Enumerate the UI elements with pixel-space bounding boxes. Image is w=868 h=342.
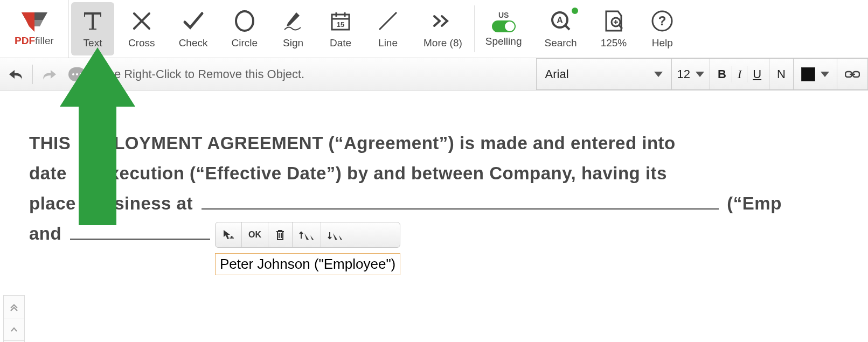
rail-up-button[interactable]	[4, 318, 24, 341]
help-button[interactable]: ? Help	[638, 0, 686, 58]
link-button[interactable]	[837, 58, 868, 90]
date-tool-label: Date	[330, 37, 351, 49]
date-tool-button[interactable]: 15 Date	[317, 0, 364, 58]
spelling-lang: US	[498, 11, 509, 19]
move-button[interactable]	[216, 222, 242, 247]
more-icon	[431, 9, 455, 33]
normal-button[interactable]: N	[769, 58, 794, 90]
nav-separator	[32, 65, 33, 84]
italic-label: I	[738, 67, 741, 81]
check-tool-button[interactable]: Check	[167, 0, 220, 58]
spelling-toggle[interactable]	[492, 20, 516, 32]
ok-button[interactable]: OK	[242, 222, 268, 247]
svg-marker-22	[60, 47, 135, 225]
circle-tool-button[interactable]: Circle	[219, 0, 269, 58]
font-name: Arial	[545, 67, 569, 81]
font-size: 12	[677, 67, 690, 81]
svg-marker-2	[22, 12, 34, 32]
check-icon	[182, 9, 205, 33]
search-icon: A	[549, 9, 573, 33]
color-picker[interactable]	[794, 58, 837, 90]
decrease-size-button[interactable]	[321, 222, 349, 247]
text-input[interactable]: Peter Johnson ("Employee")	[215, 253, 400, 275]
circle-tool-label: Circle	[231, 37, 258, 49]
svg-line-12	[565, 25, 570, 30]
chevron-down-icon	[696, 72, 704, 77]
svg-line-9	[379, 12, 397, 30]
normal-label: N	[777, 67, 786, 81]
annotation-arrow	[57, 47, 138, 231]
delete-button[interactable]	[268, 222, 293, 247]
sign-tool-button[interactable]: Sign	[269, 0, 317, 58]
zoom-icon	[602, 9, 626, 33]
sign-icon	[281, 9, 305, 33]
text-edit-popup: OK Peter Johnson ("Employee")	[215, 222, 400, 275]
sign-tool-label: Sign	[283, 37, 303, 49]
svg-point-3	[236, 11, 253, 31]
more-tool-label: More (8)	[423, 37, 462, 49]
text-icon	[81, 9, 105, 33]
chevron-down-icon	[654, 72, 663, 77]
logo-icon	[18, 11, 51, 33]
spelling-label: Spelling	[485, 36, 522, 47]
line-icon	[376, 9, 400, 33]
logo-text: PDFfiller	[15, 35, 54, 47]
increase-size-button[interactable]	[293, 222, 321, 247]
cross-icon	[130, 9, 154, 33]
search-button[interactable]: A Search	[532, 0, 588, 58]
move-icon	[222, 228, 235, 241]
undo-button[interactable]	[6, 65, 26, 84]
underline-label: U	[753, 67, 761, 81]
zoom-label: 125%	[601, 37, 627, 49]
line-tool-label: Line	[378, 37, 398, 49]
color-swatch	[801, 67, 815, 81]
zoom-button[interactable]: 125%	[589, 0, 639, 58]
font-select[interactable]: Arial	[536, 58, 672, 90]
svg-text:15: 15	[337, 20, 344, 29]
bold-button[interactable]: B I U	[710, 58, 769, 90]
check-tool-label: Check	[179, 37, 208, 49]
text-edit-toolbar: OK	[215, 222, 400, 248]
help-icon: ?	[650, 9, 674, 33]
font-size-select[interactable]: 12	[672, 58, 710, 90]
more-tool-button[interactable]: More (8)	[412, 0, 474, 58]
bold-label: B	[718, 67, 726, 81]
decrease-icon	[328, 229, 343, 241]
rail-collapse-button[interactable]	[4, 296, 24, 318]
help-label: Help	[652, 37, 673, 49]
increase-icon	[299, 229, 314, 241]
search-label: Search	[544, 37, 577, 49]
redo-icon	[41, 68, 57, 81]
undo-icon	[8, 68, 24, 81]
chevron-down-icon	[821, 72, 829, 77]
date-icon: 15	[329, 9, 352, 33]
link-icon	[845, 70, 860, 79]
svg-text:A: A	[557, 16, 563, 25]
page-rail: GES	[3, 295, 25, 342]
trash-icon	[275, 229, 286, 241]
circle-icon	[233, 9, 256, 33]
svg-text:?: ?	[658, 13, 666, 28]
redo-button[interactable]	[39, 65, 59, 84]
search-notification-dot	[572, 8, 578, 14]
line-tool-button[interactable]: Line	[364, 0, 412, 58]
spelling-button[interactable]: US Spelling	[475, 0, 533, 58]
